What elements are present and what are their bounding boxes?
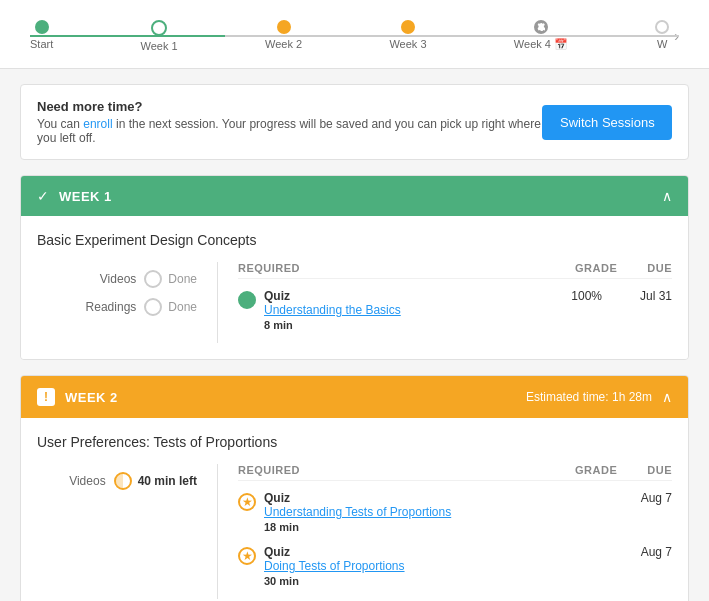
timeline-node-w[interactable]: W bbox=[655, 20, 669, 52]
node-label-week1: Week 1 bbox=[141, 40, 178, 52]
week1-req-name[interactable]: Understanding the Basics bbox=[264, 303, 401, 317]
week1-req-type: Quiz bbox=[264, 289, 401, 303]
week1-header-left: ✓ WEEK 1 bbox=[37, 188, 112, 204]
week2-req-text-1: Quiz Doing Tests of Proportions 30 min bbox=[264, 545, 405, 587]
node-label-week3: Week 3 bbox=[389, 38, 426, 50]
week2-req-icon-1: ★ bbox=[238, 547, 256, 565]
node-circle-start bbox=[35, 20, 49, 34]
week1-header[interactable]: ✓ WEEK 1 ∧ bbox=[21, 176, 688, 216]
timeline-node-week3[interactable]: Week 3 bbox=[389, 20, 426, 52]
week2-required-item-0: ★ Quiz Understanding Tests of Proportion… bbox=[238, 491, 672, 533]
week2-star-icon-0: ★ bbox=[242, 495, 253, 509]
node-circle-week3 bbox=[401, 20, 415, 34]
timeline-node-start[interactable]: Start bbox=[30, 20, 53, 52]
week2-module-title: User Preferences: Tests of Proportions bbox=[37, 434, 672, 450]
node-circle-week1 bbox=[151, 20, 167, 36]
week1-readings-circle[interactable] bbox=[144, 298, 162, 316]
node-circle-week4 bbox=[534, 20, 548, 34]
week2-title: WEEK 2 bbox=[65, 390, 118, 405]
alert-text: Need more time? You can enroll in the ne… bbox=[37, 99, 542, 145]
timeline-nodes: Start Week 1 Week 2 Week 3 bbox=[30, 20, 669, 52]
week1-req-time: 8 min bbox=[264, 319, 401, 331]
week2-videos-circle[interactable] bbox=[114, 472, 132, 490]
enroll-link[interactable]: enroll bbox=[83, 117, 112, 131]
week1-videos-status: Done bbox=[144, 270, 197, 288]
week1-videos-label: Videos bbox=[100, 272, 136, 286]
node-label-start: Start bbox=[30, 38, 53, 50]
alert-banner: Need more time? You can enroll in the ne… bbox=[20, 84, 689, 160]
week1-content: Basic Experiment Design Concepts Videos … bbox=[21, 216, 688, 359]
week1-grade-label: GRADE bbox=[575, 262, 617, 274]
week2-videos-time-left: 40 min left bbox=[138, 474, 197, 488]
week1-videos-row: Videos Done bbox=[37, 270, 197, 288]
week1-required-item-0: Quiz Understanding the Basics 8 min 100%… bbox=[238, 289, 672, 331]
week1-req-due: Jul 31 bbox=[632, 289, 672, 303]
week1-videos-done: Done bbox=[168, 272, 197, 286]
week2-required-header: REQUIRED GRADE DUE bbox=[238, 464, 672, 481]
switch-sessions-button[interactable]: Switch Sessions bbox=[542, 105, 672, 140]
week1-module-title: Basic Experiment Design Concepts bbox=[37, 232, 672, 248]
week2-req-due-1: Aug 7 bbox=[632, 545, 672, 559]
week1-check-icon: ✓ bbox=[37, 188, 49, 204]
week2-required-section: REQUIRED GRADE DUE ★ Quiz Understan bbox=[238, 464, 672, 599]
week2-videos-row: Videos 40 min left bbox=[37, 472, 197, 490]
week2-header-left: ! WEEK 2 bbox=[37, 388, 118, 406]
week2-videos-status: 40 min left bbox=[114, 472, 197, 490]
week2-header-right: Estimated time: 1h 28m ∧ bbox=[526, 389, 672, 405]
week1-required-section: REQUIRED GRADE DUE Quiz Understanding th… bbox=[238, 262, 672, 343]
week2-req-item-left-0: ★ Quiz Understanding Tests of Proportion… bbox=[238, 491, 451, 533]
week2-req-text-0: Quiz Understanding Tests of Proportions … bbox=[264, 491, 451, 533]
week1-module-body: Videos Done Readings Done REQ bbox=[37, 262, 672, 343]
week2-header[interactable]: ! WEEK 2 Estimated time: 1h 28m ∧ bbox=[21, 376, 688, 418]
week1-readings-status: Done bbox=[144, 298, 197, 316]
node-circle-w bbox=[655, 20, 669, 34]
week2-content: User Preferences: Tests of Proportions V… bbox=[21, 418, 688, 601]
week2-divider bbox=[217, 464, 218, 599]
week1-req-icon bbox=[238, 291, 256, 309]
timeline: Start Week 1 Week 2 Week 3 bbox=[30, 20, 679, 52]
week2-required-item-1: ★ Quiz Doing Tests of Proportions 30 min… bbox=[238, 545, 672, 587]
week2-req-name-1[interactable]: Doing Tests of Proportions bbox=[264, 559, 405, 573]
week1-req-right: 100% Jul 31 bbox=[562, 289, 672, 303]
week2-tasks: Videos 40 min left bbox=[37, 464, 197, 599]
week1-req-text: Quiz Understanding the Basics 8 min bbox=[264, 289, 401, 331]
week2-req-type-1: Quiz bbox=[264, 545, 405, 559]
node-label-week2: Week 2 bbox=[265, 38, 302, 50]
week2-chevron-icon[interactable]: ∧ bbox=[662, 389, 672, 405]
node-circle-week2 bbox=[277, 20, 291, 34]
week1-section: ✓ WEEK 1 ∧ Basic Experiment Design Conce… bbox=[20, 175, 689, 360]
week2-section: ! WEEK 2 Estimated time: 1h 28m ∧ User P… bbox=[20, 375, 689, 601]
week1-readings-row: Readings Done bbox=[37, 298, 197, 316]
week2-required-label: REQUIRED bbox=[238, 464, 300, 476]
week2-due-label: DUE bbox=[647, 464, 672, 476]
week1-required-header: REQUIRED GRADE DUE bbox=[238, 262, 672, 279]
timeline-node-week1[interactable]: Week 1 bbox=[141, 20, 178, 52]
week2-req-due-0: Aug 7 bbox=[632, 491, 672, 505]
week2-star-icon-1: ★ bbox=[242, 549, 253, 563]
week2-module-body: Videos 40 min left REQUIRED GRADE DUE bbox=[37, 464, 672, 599]
week1-req-grade: 100% bbox=[562, 289, 602, 303]
week2-req-name-0[interactable]: Understanding Tests of Proportions bbox=[264, 505, 451, 519]
week2-req-item-left-1: ★ Quiz Doing Tests of Proportions 30 min bbox=[238, 545, 405, 587]
week1-videos-circle[interactable] bbox=[144, 270, 162, 288]
week2-exclamation-icon: ! bbox=[37, 388, 55, 406]
week1-chevron-icon[interactable]: ∧ bbox=[662, 188, 672, 204]
week2-req-time-1: 30 min bbox=[264, 575, 405, 587]
week1-tasks: Videos Done Readings Done bbox=[37, 262, 197, 343]
week2-req-icon-0: ★ bbox=[238, 493, 256, 511]
node-label-week4: Week 4 📅 bbox=[514, 38, 568, 51]
alert-heading: Need more time? bbox=[37, 99, 542, 114]
week1-readings-label: Readings bbox=[86, 300, 137, 314]
timeline-node-week4[interactable]: Week 4 📅 bbox=[514, 20, 568, 52]
timeline-node-week2[interactable]: Week 2 bbox=[265, 20, 302, 52]
week1-header-right: ∧ bbox=[662, 188, 672, 204]
week1-req-item-left: Quiz Understanding the Basics 8 min bbox=[238, 289, 401, 331]
week1-required-label: REQUIRED bbox=[238, 262, 300, 274]
alert-body: You can enroll in the next session. Your… bbox=[37, 117, 542, 145]
week1-divider bbox=[217, 262, 218, 343]
node-label-w: W bbox=[657, 38, 667, 50]
timeline-container: Start Week 1 Week 2 Week 3 bbox=[0, 0, 709, 69]
week2-req-type-0: Quiz bbox=[264, 491, 451, 505]
week1-title: WEEK 1 bbox=[59, 189, 112, 204]
week1-req-icon-dot bbox=[244, 297, 250, 303]
